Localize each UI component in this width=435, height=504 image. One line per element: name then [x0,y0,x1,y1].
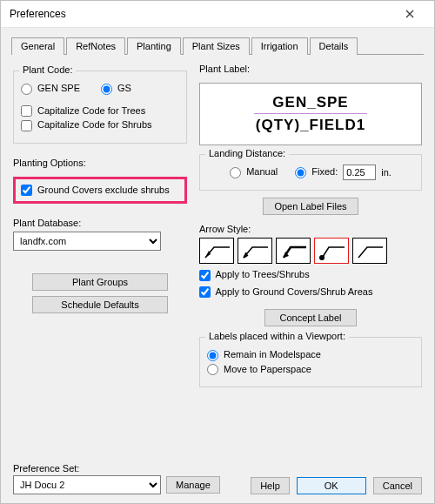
select-plant-db[interactable]: landfx.com [13,232,161,251]
window-title: Preferences [10,8,392,20]
open-label-files-button[interactable]: Open Label Files [263,198,358,215]
plant-groups-button[interactable]: Plant Groups [32,273,168,291]
group-plant-code: Plant Code: GEN SPE GS Capitalize Code f… [13,71,187,144]
radio-move[interactable]: Move to Paperspace [207,364,311,376]
unit-label: in. [381,167,392,178]
radio-move-label: Move to Paperspace [224,364,311,374]
tab-details[interactable]: Details [310,37,358,55]
group-title-plant-code: Plant Code: [19,64,76,75]
arrow-style-2[interactable] [238,238,272,264]
group-viewport: Labels placed within a Viewport: Remain … [199,337,422,387]
tab-plantsizes[interactable]: Plant Sizes [183,37,250,55]
radio-genspe[interactable]: GEN SPE [21,83,80,95]
tab-general[interactable]: General [11,37,64,55]
label-pref-set: Preference Set: [13,463,220,474]
cancel-button[interactable]: Cancel [373,477,422,494]
radio-remain[interactable]: Remain in Modelspace [207,349,321,361]
check-cap-shrubs[interactable]: Capitalize Code for Shrubs [21,119,152,131]
preferences-window: Preferences General RefNotes Planting Pl… [0,0,435,504]
label-planting-options: Planting Options: [13,158,187,168]
label-plant-label: Plant Label: [199,64,422,74]
radio-fixed-label: Fixed: [311,166,338,177]
check-apply-trees-label: Apply to Trees/Shrubs [215,269,309,279]
preview-line2: (QTY)_FIELD1 [256,117,365,134]
titlebar: Preferences [1,1,434,28]
fixed-distance-input[interactable] [343,165,376,180]
radio-fixed[interactable]: Fixed: [295,166,338,178]
group-title-landing: Landing Distance: [205,148,289,158]
check-apply-gc[interactable]: Apply to Ground Covers/Shrub Areas [199,286,372,299]
tab-refnotes[interactable]: RefNotes [66,37,125,55]
radio-remain-label: Remain in Modelspace [224,349,321,360]
tab-planting[interactable]: Planting [127,37,181,55]
check-gc-exclude-label: Ground Covers exclude shrubs [37,185,170,195]
check-cap-trees[interactable]: Capitalize Code for Trees [21,105,145,118]
group-landing: Landing Distance: Manual Fixed: in. [199,154,422,191]
highlight-gc-exclude: Ground Covers exclude shrubs [13,177,187,205]
arrow-style-3[interactable] [276,238,311,264]
label-arrow-style: Arrow Style: [199,224,422,234]
help-button[interactable]: Help [251,477,290,494]
group-title-viewport: Labels placed within a Viewport: [205,331,349,341]
ok-button[interactable]: OK [297,477,366,494]
check-apply-gc-label: Apply to Ground Covers/Shrub Areas [215,286,372,297]
bottom-bar: Preference Set: JH Docu 2 Manage Help OK… [1,454,434,503]
arrow-style-row [199,238,422,264]
tab-strip: General RefNotes Planting Plant Sizes Ir… [1,28,434,54]
check-apply-trees[interactable]: Apply to Trees/Shrubs [199,269,310,281]
label-preview: GEN_SPE (QTY)_FIELD1 [199,83,422,145]
manage-button[interactable]: Manage [166,476,220,494]
select-pref-set[interactable]: JH Docu 2 [13,475,161,494]
preview-line1: GEN_SPE [272,94,348,111]
tab-body: Plant Code: GEN SPE GS Capitalize Code f… [1,55,434,503]
arrow-style-4[interactable] [314,238,349,264]
tab-irrigation[interactable]: Irrigation [251,37,308,55]
close-icon [405,10,414,18]
preview-underline [254,113,367,114]
radio-gs[interactable]: GS [101,83,131,95]
arrow-style-5[interactable] [352,238,387,264]
radio-manual[interactable]: Manual [230,166,278,178]
label-plant-db: Plant Database: [13,218,187,228]
close-button[interactable] [392,2,427,26]
concept-label-button[interactable]: Concept Label [264,309,357,326]
arrow-style-1[interactable] [199,238,234,264]
radio-genspe-label: GEN SPE [37,83,80,93]
radio-manual-label: Manual [246,166,278,177]
check-cap-trees-label: Capitalize Code for Trees [37,105,145,116]
radio-gs-label: GS [117,83,131,93]
schedule-defaults-button[interactable]: Schedule Defaults [32,296,168,313]
svg-point-0 [319,255,325,260]
check-cap-shrubs-label: Capitalize Code for Shrubs [37,119,151,130]
check-gc-exclude[interactable]: Ground Covers exclude shrubs [21,185,170,195]
